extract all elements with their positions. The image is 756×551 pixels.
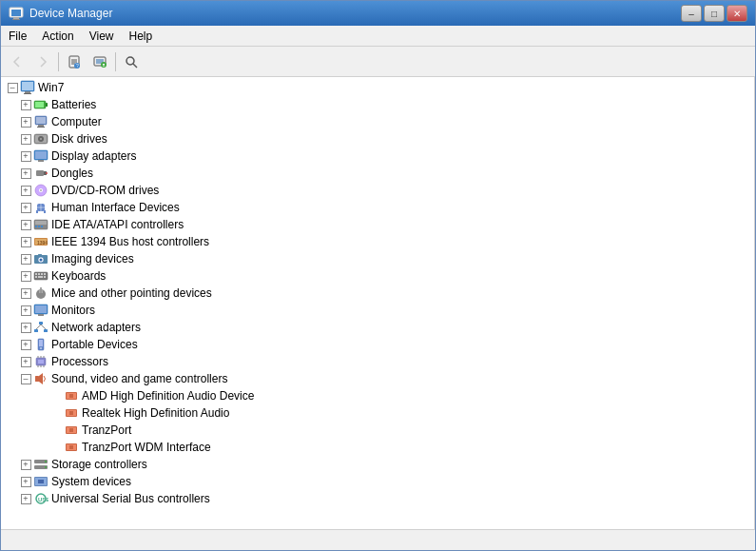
expand-btn-imaging[interactable]: + bbox=[21, 254, 31, 265]
expand-btn-mice[interactable]: + bbox=[21, 288, 31, 299]
content-area: – Win7 + bbox=[1, 77, 755, 529]
expand-btn-ieee[interactable]: + bbox=[21, 237, 31, 247]
expander-mice[interactable]: + bbox=[18, 285, 33, 301]
expand-btn-storage[interactable]: + bbox=[21, 460, 31, 470]
expand-btn-human[interactable]: + bbox=[21, 203, 31, 213]
tree-node-batteries[interactable]: + Batteries bbox=[3, 96, 752, 113]
tree-panel[interactable]: – Win7 + bbox=[1, 77, 755, 529]
expander-display[interactable]: + bbox=[18, 148, 33, 164]
tree-node-win7[interactable]: – Win7 bbox=[3, 79, 752, 96]
tree-node-processors[interactable]: + Processor bbox=[3, 353, 752, 370]
close-button[interactable]: ✕ bbox=[727, 5, 747, 22]
minimize-button[interactable]: – bbox=[681, 5, 702, 22]
expander-human[interactable]: + bbox=[18, 200, 33, 215]
tree-node-ide[interactable]: + IDE ATA/ATAPI controllers bbox=[3, 216, 752, 233]
update-driver-button[interactable] bbox=[87, 50, 112, 73]
svg-rect-34 bbox=[36, 170, 44, 176]
expand-btn-monitors[interactable]: + bbox=[21, 305, 31, 316]
tree-node-mice[interactable]: + Mice and other pointing devices bbox=[3, 285, 752, 302]
label-ide: IDE ATA/ATAPI controllers bbox=[51, 216, 184, 233]
expander-dvd[interactable]: + bbox=[18, 183, 33, 198]
expand-btn-sound[interactable]: – bbox=[21, 374, 31, 384]
tree-node-human[interactable]: + Human Interface Devices bbox=[3, 199, 752, 216]
label-display: Display adapters bbox=[51, 148, 136, 165]
expander-processors[interactable]: + bbox=[18, 354, 33, 369]
expand-btn-network[interactable]: + bbox=[21, 323, 31, 333]
tree-node-disk[interactable]: + Disk drives bbox=[3, 130, 752, 148]
icon-ide bbox=[33, 217, 48, 232]
expander-keyboards[interactable]: + bbox=[18, 268, 33, 284]
expander-batteries[interactable]: + bbox=[18, 97, 33, 112]
expand-btn-computer[interactable]: + bbox=[21, 117, 31, 128]
tree-node-ieee[interactable]: + 1394 IEEE 1394 Bus host controllers bbox=[3, 233, 752, 250]
tree-node-display[interactable]: + Display adapters bbox=[3, 148, 752, 165]
expand-btn-batteries[interactable]: + bbox=[21, 100, 31, 110]
expander-portable[interactable]: + bbox=[18, 337, 33, 352]
expander-sound[interactable]: – bbox=[18, 371, 33, 386]
svg-text:USB: USB bbox=[38, 497, 48, 502]
expander-storage[interactable]: + bbox=[18, 457, 33, 472]
expand-btn-ide[interactable]: + bbox=[21, 220, 31, 230]
expander-disk[interactable]: + bbox=[18, 131, 33, 147]
svg-rect-46 bbox=[35, 221, 47, 225]
tree-node-tranzwdm[interactable]: TranzPort WDM Interface bbox=[3, 439, 752, 456]
back-button[interactable] bbox=[5, 50, 29, 73]
network-icon bbox=[33, 321, 48, 334]
tree-node-dvd[interactable]: + DVD/CD-ROM drives bbox=[3, 182, 752, 199]
menu-action[interactable]: Action bbox=[34, 26, 81, 46]
tree-node-dongles[interactable]: + Dongles bbox=[3, 165, 752, 182]
tree-node-realtek[interactable]: Realtek High Definition Audio bbox=[3, 404, 752, 422]
tree-node-computer[interactable]: + Computer bbox=[3, 113, 752, 130]
expand-btn-keyboards[interactable]: + bbox=[21, 271, 31, 282]
expander-win7[interactable]: – bbox=[5, 80, 20, 95]
svg-text:1394: 1394 bbox=[37, 240, 48, 246]
menu-help[interactable]: Help bbox=[122, 26, 161, 46]
icon-amd bbox=[64, 388, 79, 403]
device-manager-window: Device Manager – □ ✕ File Action View He… bbox=[0, 0, 756, 551]
scan-button[interactable] bbox=[119, 50, 144, 73]
expander-network[interactable]: + bbox=[18, 320, 33, 335]
menu-file[interactable]: File bbox=[1, 26, 34, 46]
storage-icon bbox=[33, 458, 48, 471]
expand-btn-disk[interactable]: + bbox=[21, 134, 31, 145]
expander-monitors[interactable]: + bbox=[18, 303, 33, 318]
label-tranz: TranzPort bbox=[82, 422, 131, 439]
expander-imaging[interactable]: + bbox=[18, 251, 33, 266]
properties-button[interactable]: ? bbox=[62, 50, 87, 73]
expander-computer[interactable]: + bbox=[18, 114, 33, 129]
expand-btn-dvd[interactable]: + bbox=[21, 186, 31, 196]
icon-realtek bbox=[64, 405, 79, 421]
tree-node-tranz[interactable]: TranzPort bbox=[3, 422, 752, 439]
svg-rect-49 bbox=[41, 226, 43, 227]
expander-ide[interactable]: + bbox=[18, 217, 33, 232]
expand-btn-system[interactable]: + bbox=[21, 477, 31, 487]
tree-node-amd[interactable]: AMD High Definition Audio Device bbox=[3, 387, 752, 404]
expand-btn-processors[interactable]: + bbox=[21, 357, 31, 367]
expander-dongles[interactable]: + bbox=[18, 166, 33, 181]
audio-device-icon bbox=[64, 389, 79, 403]
tree-node-usb[interactable]: + USB Universal Serial Bus controllers bbox=[3, 490, 752, 507]
tree-node-portable[interactable]: + Portable Devices bbox=[3, 336, 752, 353]
menu-view[interactable]: View bbox=[82, 26, 122, 46]
expander-usb[interactable]: + bbox=[18, 491, 33, 506]
tree-node-monitors[interactable]: + Monitors bbox=[3, 302, 752, 319]
expander-ieee[interactable]: + bbox=[18, 234, 33, 249]
tree-node-keyboards[interactable]: + Keyboards bbox=[3, 267, 752, 285]
expand-btn-win7[interactable]: – bbox=[8, 83, 18, 93]
expander-system[interactable]: + bbox=[18, 474, 33, 489]
svg-rect-101 bbox=[69, 445, 73, 449]
expand-btn-portable[interactable]: + bbox=[21, 340, 31, 350]
expand-btn-usb[interactable]: + bbox=[21, 494, 31, 504]
label-usb: Universal Serial Bus controllers bbox=[51, 490, 210, 507]
maximize-button[interactable]: □ bbox=[704, 5, 725, 22]
icon-storage bbox=[33, 457, 48, 472]
svg-point-68 bbox=[40, 287, 42, 289]
forward-button[interactable] bbox=[30, 50, 55, 73]
tree-node-imaging[interactable]: + Imaging devices bbox=[3, 250, 752, 267]
tree-node-sound[interactable]: – Sound, video and game controllers bbox=[3, 370, 752, 387]
tree-node-system[interactable]: + System devices bbox=[3, 473, 752, 490]
tree-node-storage[interactable]: + Storage controllers bbox=[3, 456, 752, 473]
expand-btn-dongles[interactable]: + bbox=[21, 168, 31, 179]
tree-node-network[interactable]: + Network adapters bbox=[3, 319, 752, 336]
expand-btn-display[interactable]: + bbox=[21, 151, 31, 162]
